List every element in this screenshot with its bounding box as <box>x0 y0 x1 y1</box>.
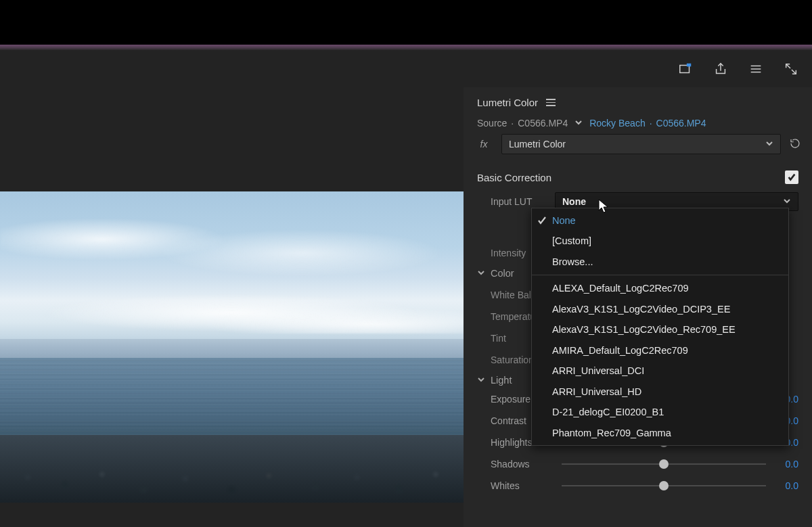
chevron-down-icon <box>477 375 485 386</box>
svg-rect-1 <box>687 63 691 66</box>
lumetri-color-panel: Lumetri Color Source · C0566.MP4 Rocky B… <box>464 87 812 527</box>
shadows-label: Shadows <box>491 459 562 469</box>
quick-export-icon[interactable] <box>678 62 693 76</box>
fx-badge: fx <box>474 139 493 150</box>
chevron-down-icon <box>765 139 773 150</box>
sequence-link[interactable]: Rocky Beach <box>589 118 645 129</box>
effect-selector[interactable]: Lumetri Color <box>501 134 781 154</box>
color-section-label: Color <box>491 268 514 279</box>
input-lut-value: None <box>562 196 586 207</box>
lut-option[interactable]: AlexaV3_K1S1_LogC2Video_Rec709_EE <box>532 319 788 340</box>
lut-option-none[interactable]: None <box>532 210 788 231</box>
whites-row: Whites 0.0 <box>464 475 812 497</box>
source-breadcrumb: Source · C0566.MP4 Rocky Beach · C0566.M… <box>464 115 812 134</box>
chevron-down-icon[interactable] <box>574 118 583 129</box>
fullscreen-icon[interactable] <box>784 62 798 76</box>
workspace-divider <box>0 45 812 50</box>
input-lut-label: Input LUT <box>491 196 555 207</box>
source-prefix: Source <box>477 118 507 129</box>
effect-name: Lumetri Color <box>509 139 566 150</box>
menu-separator <box>532 275 788 275</box>
workspace-menu-icon[interactable] <box>748 62 763 76</box>
shadows-value[interactable]: 0.0 <box>766 459 798 469</box>
lut-option[interactable]: ALEXA_Default_LogC2Rec709 <box>532 278 788 298</box>
share-icon[interactable] <box>713 62 728 76</box>
preview-frame <box>0 191 464 503</box>
check-icon <box>537 214 547 224</box>
whites-value[interactable]: 0.0 <box>766 480 798 491</box>
lut-option[interactable]: ARRI_Universal_DCI <box>532 361 788 381</box>
input-lut-dropdown[interactable]: None [Custom] Browse... ALEXA_Default_Lo… <box>531 208 789 446</box>
section-basic-correction[interactable]: Basic Correction <box>477 172 551 183</box>
lut-option-browse[interactable]: Browse... <box>532 252 788 272</box>
app-title-bar <box>0 0 812 45</box>
shadows-row: Shadows 0.0 <box>464 453 812 475</box>
panel-title: Lumetri Color <box>477 97 538 108</box>
shadows-slider[interactable] <box>562 457 766 471</box>
panel-menu-icon[interactable] <box>546 99 556 106</box>
lut-option[interactable]: Phantom_Rec709_Gamma <box>532 423 788 443</box>
whites-label: Whites <box>491 480 562 491</box>
clip-link[interactable]: C0566.MP4 <box>656 118 706 129</box>
light-section-label: Light <box>491 375 512 386</box>
source-file: C0566.MP4 <box>518 118 568 129</box>
reset-icon[interactable] <box>789 137 801 152</box>
top-toolbar <box>0 50 812 87</box>
chevron-down-icon <box>477 268 485 279</box>
basic-correction-checkbox[interactable] <box>785 170 798 184</box>
lut-option-custom[interactable]: [Custom] <box>532 231 788 251</box>
lut-option[interactable]: AlexaV3_K1S1_LogC2Video_DCIP3_EE <box>532 299 788 319</box>
whites-slider[interactable] <box>562 479 766 492</box>
program-monitor <box>0 87 464 527</box>
lut-option[interactable]: AMIRA_Default_LogC2Rec709 <box>532 340 788 361</box>
lut-option[interactable]: ARRI_Universal_HD <box>532 382 788 402</box>
chevron-down-icon <box>783 196 791 207</box>
lut-option[interactable]: D-21_delogC_EI0200_B1 <box>532 402 788 422</box>
